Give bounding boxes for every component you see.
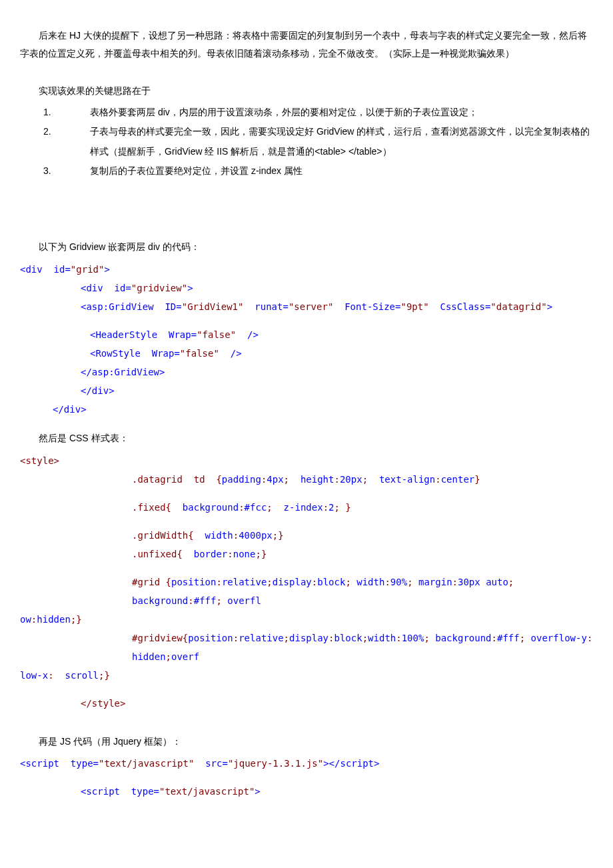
list-number: 2. — [20, 122, 71, 161]
list-number: 3. — [20, 161, 71, 181]
section-header-css: 然后是 CSS 样式表： — [20, 429, 593, 447]
section-header-gridview: 以下为 Gridview 嵌套两层 div 的代码： — [20, 238, 593, 256]
list-text: 表格外要套两层 div，内层的用于设置滚动条，外层的要相对定位，以便于新的子表位… — [71, 103, 478, 122]
code-block-css: <style> .datagrid td {padding:4px; heigh… — [20, 451, 593, 713]
code-block-html: <div id="grid"> <div id="gridview"> <asp… — [20, 260, 593, 419]
key-header: 实现该效果的关键思路在于 — [20, 82, 593, 100]
section-header-js: 再是 JS 代码（用 Jquery 框架）： — [20, 733, 593, 751]
list-item: 3. 复制后的子表位置要绝对定位，并设置 z-index 属性 — [20, 161, 593, 181]
list-item: 2. 子表与母表的样式要完全一致，因此，需要实现设定好 GridView 的样式… — [20, 122, 593, 161]
key-points-list: 1. 表格外要套两层 div，内层的用于设置滚动条，外层的要相对定位，以便于新的… — [20, 103, 593, 181]
list-text: 复制后的子表位置要绝对定位，并设置 z-index 属性 — [71, 161, 303, 181]
code-block-js: <script type="text/javascript" src="jque… — [20, 754, 593, 801]
list-text: 子表与母表的样式要完全一致，因此，需要实现设定好 GridView 的样式，运行… — [71, 122, 593, 161]
list-number: 1. — [20, 103, 71, 122]
intro-paragraph: 后来在 HJ 大侠的提醒下，设想了另一种思路：将表格中需要固定的列复制到另一个表… — [20, 27, 593, 62]
list-item: 1. 表格外要套两层 div，内层的用于设置滚动条，外层的要相对定位，以便于新的… — [20, 103, 593, 122]
